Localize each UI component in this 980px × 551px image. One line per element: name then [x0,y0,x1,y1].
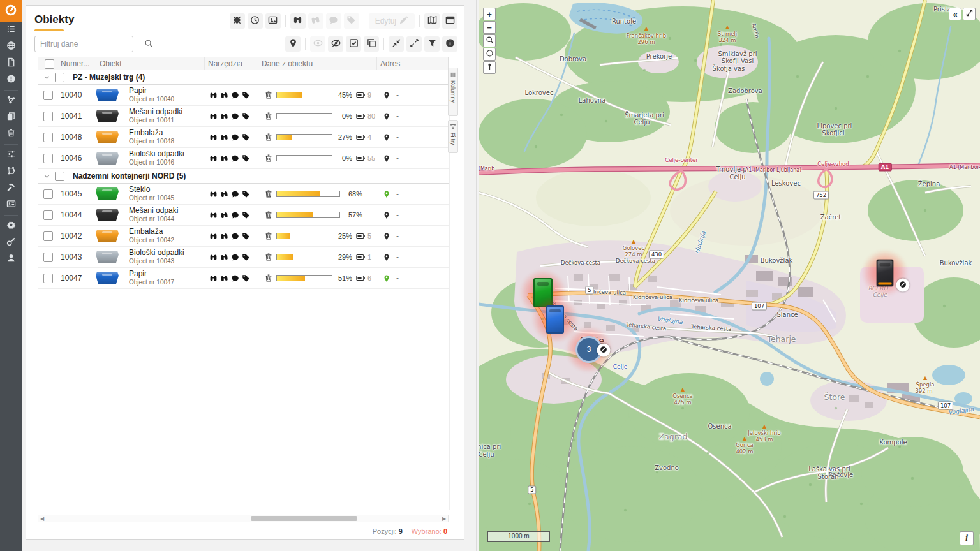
comment-icon[interactable] [231,154,239,163]
row-checkbox[interactable] [43,133,53,142]
filter-button[interactable] [424,36,440,52]
duplicate-button[interactable] [364,36,379,52]
fullscreen-button[interactable] [963,8,976,20]
info-button[interactable] [442,36,457,52]
draw-circle-button[interactable] [483,48,496,61]
binoculars-icon[interactable] [209,190,218,198]
tag-icon[interactable] [242,253,250,261]
location-pin-icon[interactable] [383,253,390,262]
container-marker-blue[interactable] [546,305,564,334]
tag-icon[interactable] [242,211,250,219]
no-gps-badge[interactable] [597,344,611,357]
table-row[interactable]: 10047 Papir Object nr 10047 51% 6 - [38,268,449,289]
sidebar-item-settings-sliders[interactable] [0,147,22,163]
filter-field[interactable] [34,36,133,52]
show-map-button[interactable] [424,13,440,29]
map[interactable]: RuntolePristava▲Frančakov hrib296 m▲Strm… [479,0,980,551]
binoculars-icon[interactable] [209,211,218,219]
comment-icon[interactable] [231,190,239,198]
table-row[interactable]: 10044 Mešani odpaki Object nr 10044 57% … [38,205,449,226]
sidebar-item-user-account[interactable] [0,251,22,267]
group-row[interactable]: Nadzemni kontejnerji NORD (5) [38,169,449,184]
map-canvas[interactable] [479,0,980,551]
table-row[interactable]: 10045 Steklo Object nr 10045 68% - [38,184,449,205]
collapse-map-button[interactable]: « [949,8,961,20]
table-row[interactable]: 10046 Biološki odpadki Object nr 10046 0… [38,148,449,169]
comment-icon[interactable] [231,274,239,283]
zoom-out-button[interactable]: − [483,21,496,34]
sidebar-item-configuration[interactable] [0,217,22,234]
tag-icon[interactable] [242,190,250,198]
zoom-in-button[interactable]: + [483,8,496,20]
tag-icon[interactable] [242,91,250,99]
location-pin-icon[interactable] [383,210,390,220]
sidebar-item-groups[interactable] [0,92,22,109]
col-address[interactable]: Adres [376,57,448,70]
group-checkbox[interactable] [55,73,64,82]
tab-columns[interactable]: Kolumny [448,68,458,116]
show-on-map-button[interactable] [285,36,301,52]
binoculars-alt-icon[interactable] [220,190,228,198]
binoculars-alt-icon[interactable] [220,154,228,163]
table-row[interactable]: 10048 Embalaža Object nr 10048 27% 4 - [38,127,449,148]
container-marker-green[interactable] [533,278,553,307]
sidebar-item-reports[interactable] [0,55,22,71]
location-pin-icon[interactable] [383,133,390,142]
show-panel-button[interactable] [442,13,457,29]
col-object[interactable]: Obiekt [96,57,204,70]
binoculars-alt-icon[interactable] [220,232,228,240]
binoculars-alt-icon[interactable] [220,91,228,99]
zoom-search-button[interactable] [483,34,496,47]
no-gps-badge[interactable] [896,279,910,292]
tag-icon[interactable] [242,154,250,163]
location-pin-icon[interactable] [383,231,390,241]
trash-icon[interactable] [264,189,273,198]
tab-filters[interactable]: Filtry [448,120,458,153]
comment-icon[interactable] [231,232,239,240]
trash-icon[interactable] [264,91,273,99]
images-button[interactable] [265,13,281,29]
sidebar-item-copies[interactable] [0,109,22,126]
col-tools[interactable]: Narzędzia [204,57,258,70]
history-button[interactable] [248,13,263,29]
sidebar-item-trash[interactable] [0,126,22,142]
binoculars-icon[interactable] [209,112,218,121]
binoculars-icon[interactable] [209,154,218,163]
binoculars-icon[interactable] [209,232,218,240]
tag-icon[interactable] [242,274,250,283]
binoculars-alt-icon[interactable] [220,211,228,219]
table-row[interactable]: 10041 Mešani odpadki Object nr 10041 0% … [38,106,449,127]
scroll-thumb[interactable] [251,516,357,521]
trash-icon[interactable] [264,154,273,163]
binoculars-alt-icon[interactable] [220,133,228,142]
binoculars-alt-icon[interactable] [220,253,228,261]
sidebar-item-permissions[interactable] [0,234,22,251]
horizontal-scrollbar[interactable]: ◀ ▶ [38,515,449,522]
row-checkbox[interactable] [43,253,53,262]
row-checkbox[interactable] [43,274,53,283]
location-pin-icon[interactable] [383,154,390,163]
location-pin-icon[interactable] [383,112,390,121]
sidebar-item-tools[interactable] [0,180,22,196]
sidebar-item-app-logo[interactable] [0,0,22,22]
binoculars-icon[interactable] [209,91,218,99]
sidebar-item-object-list[interactable] [0,22,22,38]
group-row[interactable]: PZ - Muzejski trg (4) [38,70,449,85]
container-marker-dark[interactable] [877,260,894,287]
binoculars-icon[interactable] [209,133,218,142]
row-checkbox[interactable] [43,112,53,121]
chevron-down-icon[interactable] [43,172,51,180]
table-row[interactable]: 10040 Papir Object nr 10040 45% 9 - [38,85,449,106]
table-row[interactable]: 10042 Embalaža Object nr 10042 25% 5 - [38,226,449,247]
trash-icon[interactable] [264,210,273,219]
sidebar-item-alerts[interactable] [0,71,22,88]
expand-all-button[interactable] [406,36,422,52]
locate-button[interactable] [290,13,306,29]
sidebar-item-area-select[interactable] [0,163,22,180]
chevron-down-icon[interactable] [43,73,51,82]
select-all-checkbox[interactable] [45,59,54,69]
fit-view-button[interactable] [230,13,245,29]
col-number[interactable]: Numer... [57,57,96,70]
collapse-all-button[interactable] [389,36,404,52]
comment-icon[interactable] [231,112,239,121]
